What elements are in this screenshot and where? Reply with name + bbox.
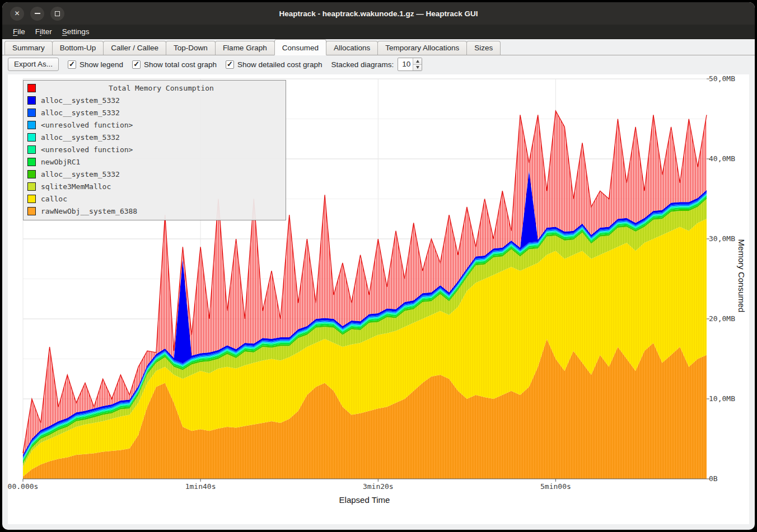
x-axis-title: Elapsed Time bbox=[339, 495, 390, 505]
spinbox-buttons bbox=[413, 58, 422, 70]
tab-bottom-up[interactable]: Bottom-Up bbox=[52, 41, 104, 55]
checkbox-show-total-cost-graph[interactable]: Show total cost graph bbox=[132, 60, 217, 69]
stacked-diagrams-label: Stacked diagrams: bbox=[331, 60, 394, 69]
legend-item: alloc__system_5332 bbox=[27, 131, 282, 143]
export-as-button[interactable]: Export As... bbox=[8, 58, 59, 71]
checkbox-icon bbox=[132, 60, 141, 69]
y-tick-label: 40,0MB bbox=[709, 154, 735, 163]
window-controls: ✕ bbox=[2, 7, 64, 21]
checkbox-show-detailed-cost-graph[interactable]: Show detailed cost graph bbox=[226, 60, 323, 69]
minimize-button[interactable] bbox=[30, 7, 44, 21]
legend-item: alloc__system_5332 bbox=[27, 168, 282, 180]
legend-label: alloc__system_5332 bbox=[41, 109, 120, 117]
legend-label: alloc__system_5332 bbox=[41, 133, 120, 142]
minimize-icon bbox=[35, 13, 40, 14]
toolbar-checkboxes: Show legendShow total cost graphShow det… bbox=[68, 60, 323, 69]
chevron-down-icon bbox=[416, 66, 419, 69]
legend-label: alloc__system_5332 bbox=[41, 96, 120, 105]
legend-item: <unresolved function> bbox=[27, 119, 282, 131]
x-tick-label: 5min00s bbox=[540, 482, 571, 491]
app-window: ✕ Heaptrack - heaptrack.wakunode.1.gz — … bbox=[2, 2, 755, 530]
tab-temporary-allocations[interactable]: Temporary Allocations bbox=[377, 41, 467, 55]
tab-allocations[interactable]: Allocations bbox=[326, 41, 378, 55]
legend-swatch bbox=[27, 109, 36, 117]
legend-label: sqlite3MemMalloc bbox=[41, 182, 111, 191]
legend-swatch bbox=[27, 158, 36, 166]
toolbar: Export As... Show legendShow total cost … bbox=[2, 55, 755, 73]
menu-file[interactable]: File bbox=[8, 26, 30, 37]
legend-swatch bbox=[27, 145, 36, 154]
legend-label: <unresolved function> bbox=[41, 145, 133, 154]
menu-filter[interactable]: Filter bbox=[30, 26, 57, 37]
legend-swatch bbox=[27, 133, 36, 142]
legend-swatch bbox=[27, 195, 36, 203]
checkbox-label: Show detailed cost graph bbox=[237, 60, 323, 69]
checkbox-icon bbox=[226, 60, 234, 69]
legend-label: alloc__system_5332 bbox=[41, 170, 120, 178]
chevron-up-icon bbox=[416, 60, 419, 63]
checkbox-show-legend[interactable]: Show legend bbox=[68, 60, 123, 69]
legend-label: rawNewObj__system_6388 bbox=[41, 207, 137, 215]
tab-bar: SummaryBottom-UpCaller / CalleeTop-DownF… bbox=[2, 39, 755, 55]
legend-item: alloc__system_5332 bbox=[27, 106, 282, 119]
tab-flame-graph[interactable]: Flame Graph bbox=[215, 41, 275, 55]
legend-label: newObjRC1 bbox=[41, 158, 80, 166]
y-tick-label: 50,0MB bbox=[709, 74, 735, 83]
legend-title: Total Memory Consumption bbox=[41, 84, 282, 92]
legend-item: calloc bbox=[27, 192, 282, 205]
y-tick-label: 0B bbox=[709, 474, 718, 483]
chart-area: Total Memory Consumptionalloc__system_53… bbox=[8, 74, 749, 524]
stacked-diagrams-spinbox: 10 bbox=[398, 58, 422, 71]
spinbox-down-button[interactable] bbox=[413, 64, 422, 71]
legend-swatch bbox=[27, 182, 36, 191]
tab-sizes[interactable]: Sizes bbox=[466, 41, 501, 55]
legend-item: <unresolved function> bbox=[27, 143, 282, 156]
y-tick-label: 20,0MB bbox=[709, 314, 735, 323]
legend-swatch bbox=[27, 170, 36, 178]
legend-swatch-total bbox=[27, 84, 36, 92]
window-title: Heaptrack - heaptrack.wakunode.1.gz — He… bbox=[2, 10, 755, 18]
close-button[interactable]: ✕ bbox=[10, 7, 24, 21]
legend-title-row: Total Memory Consumption bbox=[27, 82, 282, 94]
tab-summary[interactable]: Summary bbox=[4, 41, 53, 55]
legend-label: calloc bbox=[41, 195, 67, 203]
maximize-button[interactable] bbox=[50, 7, 64, 21]
title-bar: ✕ Heaptrack - heaptrack.wakunode.1.gz — … bbox=[2, 2, 755, 25]
legend-item: alloc__system_5332 bbox=[27, 94, 282, 106]
y-tick-label: 30,0MB bbox=[709, 234, 735, 243]
stacked-diagrams-group: Stacked diagrams: 10 bbox=[331, 58, 423, 71]
x-tick-label: 00.000s bbox=[8, 482, 39, 491]
legend-item: rawNewObj__system_6388 bbox=[27, 205, 282, 217]
legend-item: newObjRC1 bbox=[27, 156, 282, 168]
legend-label: <unresolved function> bbox=[41, 121, 133, 129]
spinbox-value[interactable]: 10 bbox=[398, 58, 413, 70]
x-tick-label: 1min40s bbox=[185, 482, 216, 491]
legend-swatch bbox=[27, 121, 36, 129]
legend-item: sqlite3MemMalloc bbox=[27, 180, 282, 192]
spinbox-up-button[interactable] bbox=[413, 58, 422, 64]
y-tick-label: 10,0MB bbox=[709, 394, 735, 403]
y-axis-title: Memory Consumed bbox=[737, 239, 746, 313]
maximize-icon bbox=[55, 11, 60, 16]
menu-settings[interactable]: Settings bbox=[57, 26, 95, 37]
checkbox-label: Show legend bbox=[80, 60, 123, 69]
tab-caller-callee[interactable]: Caller / Callee bbox=[103, 41, 166, 55]
checkbox-label: Show total cost graph bbox=[144, 60, 217, 69]
legend-swatch bbox=[27, 96, 36, 105]
legend-swatch bbox=[27, 207, 36, 215]
tab-consumed[interactable]: Consumed bbox=[274, 39, 326, 55]
menu-bar: FileFilterSettings bbox=[2, 25, 755, 39]
x-tick-label: 3min20s bbox=[363, 482, 394, 491]
tab-top-down[interactable]: Top-Down bbox=[166, 41, 216, 55]
close-icon: ✕ bbox=[14, 10, 20, 17]
chart-legend: Total Memory Consumptionalloc__system_53… bbox=[23, 80, 286, 220]
checkbox-icon bbox=[68, 60, 76, 69]
